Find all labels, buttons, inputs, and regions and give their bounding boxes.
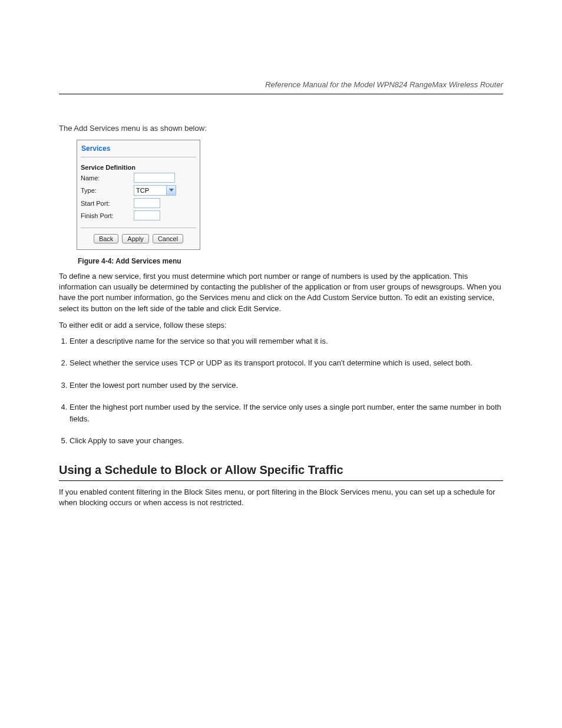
back-button[interactable]: Back — [94, 234, 118, 243]
dialog-title: Services — [81, 143, 196, 154]
type-label: Type: — [81, 187, 134, 194]
divider — [81, 157, 196, 157]
divider — [81, 228, 196, 228]
finish-port-label: Finish Port: — [81, 212, 134, 219]
section-body: If you enabled content filtering in the … — [59, 487, 503, 508]
finish-port-input[interactable] — [134, 210, 160, 220]
section-label: Service Definition — [81, 163, 196, 172]
services-dialog: Services Service Definition Name: Type: … — [77, 140, 200, 250]
step-item: Enter the highest port number used by th… — [70, 401, 503, 424]
steps-list: Enter a descriptive name for the service… — [70, 335, 503, 447]
figure-caption: Figure 4-4: Add Services menu — [78, 257, 503, 265]
intro-text: The Add Services menu is as shown below: — [59, 124, 503, 133]
steps-lead: To define a new service, first you must … — [59, 271, 503, 314]
name-label: Name: — [81, 174, 134, 182]
header-title: Reference Manual for the Model WPN824 Ra… — [265, 80, 503, 89]
steps-title: To either edit or add a service, follow … — [59, 320, 503, 331]
step-item: Select whether the service uses TCP or U… — [70, 357, 503, 369]
section-heading: Using a Schedule to Block or Allow Speci… — [59, 463, 503, 481]
step-item: Enter the lowest port number used by the… — [70, 380, 503, 391]
name-input[interactable] — [134, 173, 175, 183]
cancel-button[interactable]: Cancel — [153, 234, 183, 243]
chevron-down-icon[interactable] — [167, 185, 176, 196]
step-item: Click Apply to save your changes. — [70, 435, 503, 447]
start-port-input[interactable] — [134, 198, 160, 208]
apply-button[interactable]: Apply — [122, 234, 149, 243]
type-select[interactable]: TCP — [134, 185, 176, 196]
step-item: Enter a descriptive name for the service… — [70, 335, 503, 347]
type-value: TCP — [134, 185, 167, 196]
start-port-label: Start Port: — [81, 200, 134, 207]
